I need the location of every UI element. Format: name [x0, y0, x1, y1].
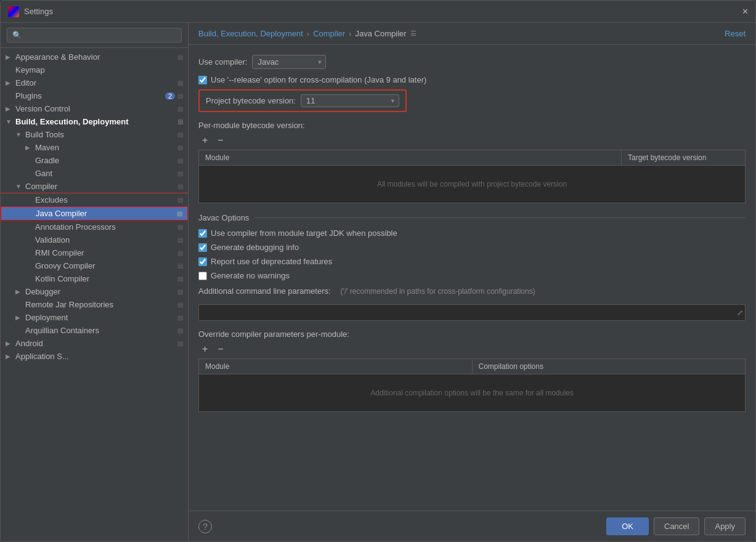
opt2-checkbox[interactable] [198, 243, 207, 252]
sidebar-item-groovy-compiler[interactable]: Groovy Compiler ▤ [1, 259, 188, 272]
use-compiler-select[interactable]: Javac [252, 55, 326, 69]
sidebar-item-keymap[interactable]: Keymap [1, 63, 188, 76]
gear-icon: ▤ [177, 314, 183, 321]
breadcrumb-build[interactable]: Build, Execution, Deployment [198, 29, 303, 38]
opt1-row: Use compiler from module target JDK when… [198, 229, 746, 238]
table1-toolbar: + − [198, 134, 746, 147]
expand-icon[interactable]: ⤢ [737, 309, 743, 317]
arrow-icon: ▶ [25, 144, 35, 151]
opt3-checkbox[interactable] [198, 257, 207, 266]
arrow-icon: ▶ [6, 54, 15, 60]
sidebar-item-version-control[interactable]: ▶ Version Control ▤ [1, 102, 188, 115]
gear-icon: ▤ [177, 105, 183, 112]
sidebar-item-appearance[interactable]: ▶ Appearance & Behavior ▤ [1, 51, 188, 63]
gear-icon: ▤ [177, 237, 183, 243]
sidebar-item-plugins[interactable]: Plugins 2 ▤ [1, 89, 188, 102]
content-area: Use compiler: Javac Use '--release' opti… [189, 45, 755, 511]
sidebar-item-label: Annotation Processors [35, 222, 175, 232]
gear-icon: ▤ [177, 210, 182, 217]
sidebar-item-java-compiler[interactable]: Java Compiler ▤ [1, 206, 188, 220]
bytecode-select[interactable]: 11 [301, 94, 399, 107]
sidebar-item-arquillian[interactable]: Arquillian Containers ▤ [1, 324, 188, 337]
sidebar-item-validation[interactable]: Validation ▤ [1, 233, 188, 246]
table1-empty: All modules will be compiled with projec… [367, 170, 577, 198]
arrow-icon: ▶ [15, 314, 25, 321]
sidebar-item-compiler[interactable]: ▼ Compiler ▤ [1, 180, 188, 193]
gear-icon: ▤ [177, 79, 183, 86]
table2-add-button[interactable]: + [198, 342, 211, 356]
sidebar-item-label: Java Compiler [36, 209, 174, 218]
window-title: Settings [24, 7, 738, 16]
javac-options-divider: Javac Options [198, 213, 746, 222]
release-option-label: Use '--release' option for cross-compila… [211, 75, 426, 84]
table1-add-button[interactable]: + [198, 134, 211, 147]
sidebar-item-maven[interactable]: ▶ Maven ▤ [1, 141, 188, 154]
opt4-row: Generate no warnings [198, 271, 746, 280]
table2-body: Additional compilation options will be t… [199, 374, 745, 411]
breadcrumb-menu-icon[interactable]: ☰ [410, 30, 417, 38]
table2-toolbar: + − [198, 342, 746, 356]
params-input[interactable] [198, 304, 746, 321]
sidebar-item-excludes[interactable]: Excludes ▤ [1, 193, 188, 206]
apply-button[interactable]: Apply [704, 517, 746, 535]
gear-icon: ▤ [177, 170, 183, 177]
breadcrumb-current: Java Compiler [356, 29, 407, 38]
table1-target-col: Target bytecode version [622, 150, 745, 165]
sidebar: ▶ Appearance & Behavior ▤ Keymap ▶ Edito… [1, 23, 189, 541]
sidebar-item-label: Version Control [15, 104, 175, 113]
close-button[interactable]: × [742, 6, 748, 17]
arrow-icon: ▶ [6, 79, 15, 86]
plugins-badge: 2 [165, 92, 175, 100]
sidebar-item-rmi-compiler[interactable]: RMI Compiler ▤ [1, 246, 188, 259]
opt1-checkbox[interactable] [198, 229, 207, 238]
table1-remove-button[interactable]: − [214, 134, 227, 147]
ok-button[interactable]: OK [606, 517, 649, 535]
sidebar-item-label: Gradle [35, 156, 175, 165]
sidebar-item-label: RMI Compiler [35, 248, 175, 257]
table1-header: Module Target bytecode version [199, 150, 745, 166]
sidebar-item-deployment[interactable]: ▶ Deployment ▤ [1, 311, 188, 324]
help-button[interactable]: ? [198, 520, 212, 533]
search-box [1, 23, 188, 48]
table2-remove-button[interactable]: − [214, 342, 227, 356]
sidebar-item-remote-jar[interactable]: Remote Jar Repositories ▤ [1, 298, 188, 311]
bytecode-label: Project bytecode version: [206, 96, 296, 105]
footer: ? OK Cancel Apply [189, 511, 755, 541]
sidebar-item-application-s[interactable]: ▶ Application S... [1, 350, 188, 363]
sidebar-item-kotlin-compiler[interactable]: Kotlin Compiler ▤ [1, 272, 188, 285]
titlebar: Settings × [1, 1, 755, 23]
divider-line [254, 217, 746, 218]
sidebar-item-label: Compiler [25, 182, 175, 191]
sidebar-item-editor[interactable]: ▶ Editor ▤ [1, 76, 188, 89]
opt3-row: Report use of deprecated features [198, 257, 746, 266]
sidebar-item-gant[interactable]: Gant ▤ [1, 167, 188, 180]
opt4-checkbox[interactable] [198, 272, 207, 280]
use-compiler-select-wrapper: Javac [252, 55, 326, 69]
sidebar-item-annotation-processors[interactable]: Annotation Processors ▤ [1, 220, 188, 233]
table1-body: All modules will be compiled with projec… [199, 166, 745, 203]
sidebar-item-build-execution[interactable]: ▼ Build, Execution, Deployment ▤ [1, 115, 188, 128]
arrow-icon: ▶ [6, 340, 15, 347]
params-subtext: ('/' recommended in paths for cross-plat… [341, 287, 535, 296]
settings-window: Settings × ▶ Appearance & Behavior ▤ Key… [0, 0, 756, 542]
breadcrumb-compiler[interactable]: Compiler [313, 29, 345, 38]
sidebar-item-build-tools[interactable]: ▼ Build Tools ▤ [1, 128, 188, 141]
arrow-icon: ▶ [15, 288, 25, 295]
breadcrumb-arrow2: › [349, 29, 351, 38]
gear-icon: ▤ [177, 183, 183, 190]
params-section: Additional command line parameters: ('/'… [198, 286, 746, 321]
cancel-button[interactable]: Cancel [654, 517, 699, 535]
release-option-checkbox[interactable] [198, 76, 207, 84]
sidebar-item-android[interactable]: ▶ Android ▤ [1, 337, 188, 350]
opt1-label: Use compiler from module target JDK when… [211, 229, 397, 238]
bytecode-version-row: Project bytecode version: 11 [198, 89, 407, 112]
gear-icon: ▤ [177, 262, 183, 269]
opt3-label: Report use of deprecated features [211, 257, 332, 266]
search-input[interactable] [7, 28, 182, 42]
reset-button[interactable]: Reset [725, 29, 746, 38]
sidebar-item-debugger[interactable]: ▶ Debugger ▤ [1, 285, 188, 298]
sidebar-item-label: Arquillian Containers [25, 326, 175, 335]
sidebar-item-label: Plugins [15, 91, 163, 100]
main-content: Build, Execution, Deployment › Compiler … [189, 23, 755, 541]
sidebar-item-gradle[interactable]: Gradle ▤ [1, 154, 188, 167]
